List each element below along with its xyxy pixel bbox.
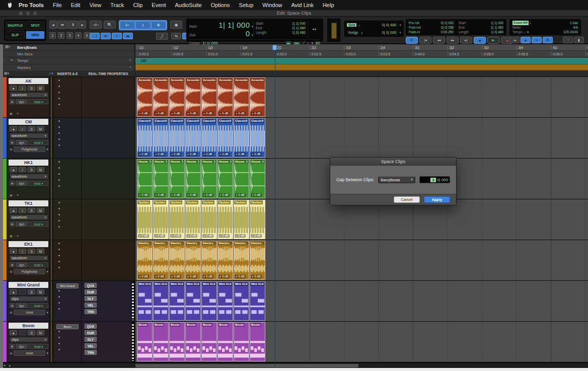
- clip-gain-badge[interactable]: + 0 dB: [251, 112, 262, 115]
- clip-house_1-3[interactable]: House_1+ 0 dB: [169, 159, 185, 198]
- output-meter-button[interactable]: ▮: [574, 37, 584, 43]
- automation-mode-selector[interactable]: read ▾: [29, 181, 48, 186]
- clip-house_1-5[interactable]: House_1+ 0 dB: [201, 159, 217, 198]
- clip-electro_-5[interactable]: Electro_+ 0 dB: [201, 241, 217, 280]
- clip-classic5-8[interactable]: Classic5+ 0 dB: [250, 118, 265, 158]
- insert-slot[interactable]: [58, 337, 60, 338]
- clip-classic5-3[interactable]: Classic5+ 0 dB: [169, 118, 185, 158]
- zoom-preset-1[interactable]: 1: [49, 32, 56, 39]
- clip-classic5-5[interactable]: Classic5+ 0 dB: [201, 118, 217, 158]
- menu-audiosuite[interactable]: AudioSuite: [170, 0, 206, 10]
- rtp-qua[interactable]: QUA: [85, 324, 97, 329]
- main-counter-dropdown-icon[interactable]: ▾: [251, 25, 253, 29]
- group-column[interactable]: [49, 118, 53, 158]
- input-monitor-button[interactable]: I: [19, 126, 26, 131]
- track-lane[interactable]: Mini GrdMini GrdMini GrdMini GrdMini Grd…: [135, 281, 588, 321]
- grid-note-icon[interactable]: ♩: [358, 23, 361, 27]
- ruler-label-tempo[interactable]: Tempo: [17, 58, 29, 63]
- clip-electro_-1[interactable]: Electro_+ 0 dB: [137, 241, 153, 280]
- ruler-label-min-secs[interactable]: Min:Secs: [17, 52, 33, 56]
- rewind-button[interactable]: ◂◂: [433, 37, 445, 44]
- clip-techno-2[interactable]: Techno+ 0 dB: [153, 200, 169, 239]
- nudge-note-icon[interactable]: ♪: [361, 31, 363, 34]
- trim-tool-icon[interactable]: ⊢: [120, 21, 135, 29]
- track-color-strip[interactable]: [3, 322, 7, 362]
- clip-mini-grd-8[interactable]: Mini Grd: [250, 281, 265, 321]
- rtp-vel[interactable]: VEL: [85, 343, 97, 348]
- solo-button[interactable]: S: [28, 208, 35, 213]
- ruler-label-bars-beats[interactable]: Bars|Beats: [17, 45, 37, 50]
- input-monitor-button[interactable]: I: [19, 249, 26, 254]
- insert-slot[interactable]: [58, 214, 60, 215]
- clip-gain-badge[interactable]: + 0 dB: [170, 193, 181, 197]
- clip-gain-badge[interactable]: + 0 dB: [218, 193, 230, 197]
- track-color-strip[interactable]: [3, 159, 7, 199]
- track-name[interactable]: Boom: [9, 323, 48, 329]
- mode-spot-button[interactable]: SPOT: [26, 21, 45, 30]
- clip-techno-7[interactable]: Techno+ 0 dB: [234, 200, 249, 239]
- tempo-expand-icon[interactable]: ▸: [11, 58, 13, 62]
- bars-beats-ruler[interactable]: 1|11|21|31|42|12|22|32|43|13|23|33|44|14…: [135, 44, 588, 51]
- clip-gain-badge[interactable]: + 0 dB: [170, 234, 181, 238]
- automation-mode-selector[interactable]: read ▾: [29, 344, 48, 349]
- grid-dropdown-icon[interactable]: ▾: [399, 23, 401, 27]
- voice-selector[interactable]: dyn: [16, 181, 28, 186]
- menu-window[interactable]: Window: [258, 0, 286, 10]
- clip-acoustic-4[interactable]: Acoustic+ 0 dB: [185, 78, 201, 117]
- insert-slot[interactable]: [58, 167, 60, 169]
- elastic-dropdown-icon[interactable]: ▾: [46, 269, 48, 274]
- markers-ruler-bar[interactable]: [135, 64, 588, 70]
- clip-acoustic-1[interactable]: Acoustic+ 0 dB: [137, 78, 153, 117]
- clip-boom-7[interactable]: Boom: [234, 322, 249, 361]
- clip-boom-3[interactable]: Boom: [169, 322, 185, 361]
- elastic-dropdown-icon[interactable]: ▾: [46, 351, 48, 355]
- clip-house_1-8[interactable]: House_1+ 0 dB: [250, 159, 265, 198]
- zoom-preset-4[interactable]: 4: [75, 32, 82, 39]
- track-name[interactable]: TK1: [9, 200, 48, 206]
- apply-button[interactable]: Apply: [424, 196, 450, 203]
- insert-slot[interactable]: [58, 290, 60, 291]
- tempo-ruler-bar[interactable]: ♩120: [135, 58, 588, 64]
- record-enable-button[interactable]: ●: [10, 208, 17, 213]
- tempo-label[interactable]: Tempo: [512, 30, 523, 34]
- mute-button[interactable]: M: [37, 86, 44, 91]
- record-enable-button[interactable]: ●: [10, 330, 17, 335]
- insert-slot[interactable]: [58, 261, 60, 262]
- track-name[interactable]: CM: [9, 119, 48, 125]
- inserts-column-header[interactable]: INSERTS A-E: [53, 72, 82, 76]
- track-lane[interactable]: Electro_+ 0 dBElectro_+ 0 dBElectro_+ 0 …: [135, 240, 588, 280]
- insert-slot[interactable]: [58, 98, 60, 99]
- zoom-right-arrow-button[interactable]: ▸: [79, 21, 86, 29]
- clip-boom-2[interactable]: Boom: [153, 322, 169, 361]
- clip-electro_-7[interactable]: Electro_+ 0 dB: [234, 241, 249, 280]
- tempo-value[interactable]: 120.0000: [529, 30, 578, 34]
- track-name[interactable]: Mini Grand: [9, 282, 48, 288]
- mute-button[interactable]: M: [37, 249, 44, 254]
- clip-gain-badge[interactable]: + 0 dB: [186, 193, 197, 197]
- clip-acoustic-3[interactable]: Acoustic+ 0 dB: [169, 78, 185, 117]
- mode-shuffle-button[interactable]: SHUFFLE: [6, 21, 25, 30]
- automation-icon[interactable]: ◉: [10, 221, 15, 227]
- clip-gain-badge[interactable]: + 0 dB: [138, 153, 149, 156]
- clip-classic5-6[interactable]: Classic5+ 0 dB: [217, 118, 233, 158]
- mute-button[interactable]: M: [37, 167, 44, 172]
- clip-mini-grd-2[interactable]: Mini Grd: [153, 281, 169, 321]
- track-view-selector[interactable]: waveform▾: [10, 133, 48, 138]
- clip-acoustic-2[interactable]: Acoustic+ 0 dB: [153, 78, 169, 117]
- clip-gain-badge[interactable]: + 0 dB: [138, 112, 149, 115]
- mode-grid-button[interactable]: GRID: [26, 31, 45, 39]
- scroll-corner-icons[interactable]: ▸▴: [4, 363, 14, 367]
- mirrored-midi-button[interactable]: ↹: [171, 33, 181, 39]
- clip-techno-3[interactable]: Techno+ 0 dB: [169, 200, 185, 239]
- min-secs-ruler[interactable]: 0:00.00:00.50:01.00:01.50:02.00:02.50:03…: [135, 51, 588, 57]
- insertion-follows-button[interactable]: ◂▸: [123, 33, 133, 39]
- marker-add-button[interactable]: +: [129, 65, 131, 69]
- zoom-vertical-button[interactable]: ⇞: [68, 21, 78, 29]
- selector-tool-icon[interactable]: I: [135, 21, 151, 29]
- insert-slot[interactable]: [58, 255, 60, 256]
- clip-gain-badge[interactable]: + 0 dB: [154, 153, 165, 156]
- track-color-strip[interactable]: [3, 240, 7, 280]
- nudge-row[interactable]: Nudge ♪ 0| 0| 000 ▾: [347, 30, 401, 35]
- ruler-view-icon[interactable]: ▦▾: [5, 45, 10, 49]
- rtp-vel[interactable]: VEL: [85, 303, 97, 308]
